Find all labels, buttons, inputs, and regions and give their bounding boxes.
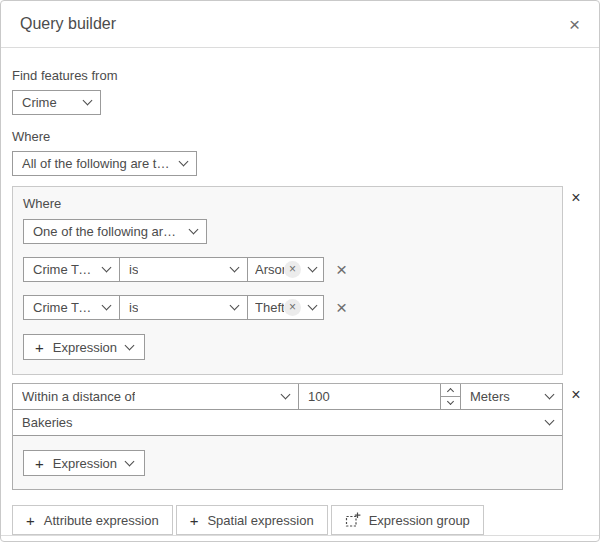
where-operator-select[interactable]: All of the following are true	[12, 151, 197, 176]
add-expression-button[interactable]: Expression	[23, 334, 145, 360]
group1-operator-select[interactable]: One of the following are tr...	[23, 219, 207, 244]
distance-input-wrap: 100	[298, 384, 460, 410]
units-select-value: Meters	[470, 389, 510, 404]
group1-operator-value: One of the following are tr...	[33, 224, 180, 239]
spinner-up-button[interactable]	[441, 384, 460, 397]
condition-row: Crime Type is Arson	[23, 257, 552, 282]
field-select-value: Crime Type	[33, 300, 93, 315]
add-spatial-expression-button[interactable]: Spatial expression	[176, 505, 328, 535]
value-combobox[interactable]: Theft	[247, 295, 324, 320]
add-attribute-expression-button[interactable]: Attribute expression	[12, 505, 173, 535]
condition-row: Crime Type is Theft	[23, 295, 552, 320]
chevron-down-icon	[308, 263, 318, 273]
delete-group-icon[interactable]	[571, 190, 580, 206]
add-expression-label: Expression	[53, 340, 117, 355]
value-combobox[interactable]: Arson	[247, 257, 324, 282]
attribute-expression-label: Attribute expression	[44, 513, 159, 528]
spatial-clause-row: Within a distance of 100 Meters	[13, 384, 562, 410]
operator-select[interactable]: is	[119, 295, 248, 320]
query-builder-dialog: Query builder Find features from Crime W…	[0, 0, 600, 542]
expression-group-icon	[345, 512, 361, 528]
chevron-down-icon	[545, 390, 555, 400]
dialog-title: Query builder	[20, 15, 116, 33]
spatial-operator-value: Within a distance of	[22, 389, 135, 404]
delete-group-icon[interactable]	[571, 387, 580, 403]
target-layer-select[interactable]: Bakeries	[13, 410, 562, 436]
add-expression-group-button[interactable]: Expression group	[331, 505, 484, 535]
field-select[interactable]: Crime Type	[23, 257, 120, 282]
dialog-body: Find features from Crime Where All of th…	[1, 48, 599, 535]
add-expression-label: Expression	[53, 456, 117, 471]
operator-select-value: is	[129, 300, 138, 315]
plus-icon	[26, 512, 35, 529]
target-layer-value: Bakeries	[22, 415, 536, 430]
chevron-down-icon	[125, 456, 135, 466]
operator-select[interactable]: is	[119, 257, 248, 282]
number-spinner	[440, 384, 460, 409]
expression-group-2: Within a distance of 100 Meters	[12, 383, 563, 490]
titlebar: Query builder	[1, 1, 599, 48]
chevron-down-icon	[102, 263, 112, 273]
field-select[interactable]: Crime Type	[23, 295, 120, 320]
close-icon[interactable]	[569, 15, 580, 34]
expression-group-1: Where One of the following are tr... Cri…	[12, 186, 563, 375]
layer-select[interactable]: Crime	[12, 90, 101, 115]
value-chip-label: Arson	[255, 262, 284, 277]
field-select-value: Crime Type	[33, 262, 93, 277]
spatial-operator-select[interactable]: Within a distance of	[13, 384, 298, 410]
chevron-down-icon	[545, 416, 555, 426]
group1-where-label: Where	[23, 196, 552, 211]
remove-value-icon[interactable]	[284, 261, 301, 278]
chevron-down-icon	[102, 301, 112, 311]
operator-select-value: is	[129, 262, 138, 277]
chevron-down-icon	[125, 340, 135, 350]
find-features-label: Find features from	[12, 68, 589, 83]
chevron-down-icon	[447, 398, 454, 405]
chevron-up-icon	[447, 388, 454, 395]
remove-value-icon[interactable]	[284, 299, 301, 316]
chevron-down-icon	[230, 301, 240, 311]
spatial-expression-label: Spatial expression	[207, 513, 313, 528]
chevron-down-icon	[189, 225, 199, 235]
chevron-down-icon	[230, 263, 240, 273]
plus-icon	[190, 512, 199, 529]
value-chip-label: Theft	[255, 300, 284, 315]
distance-input[interactable]: 100	[299, 384, 440, 409]
chevron-down-icon	[83, 96, 93, 106]
plus-icon	[35, 339, 44, 356]
layer-select-value: Crime	[22, 95, 57, 110]
delete-condition-icon[interactable]	[336, 298, 347, 317]
spinner-down-button[interactable]	[441, 397, 460, 410]
chevron-down-icon	[281, 390, 291, 400]
delete-condition-icon[interactable]	[336, 260, 347, 279]
expression-actions: Attribute expression Spatial expression …	[12, 505, 589, 535]
dialog-footer: Cancel Add	[1, 535, 599, 542]
where-label: Where	[12, 129, 589, 144]
chevron-down-icon	[308, 301, 318, 311]
units-select[interactable]: Meters	[460, 384, 562, 410]
add-expression-button[interactable]: Expression	[23, 450, 145, 476]
plus-icon	[35, 455, 44, 472]
chevron-down-icon	[179, 157, 189, 167]
where-operator-value: All of the following are true	[22, 156, 170, 171]
expression-group-label: Expression group	[369, 513, 470, 528]
